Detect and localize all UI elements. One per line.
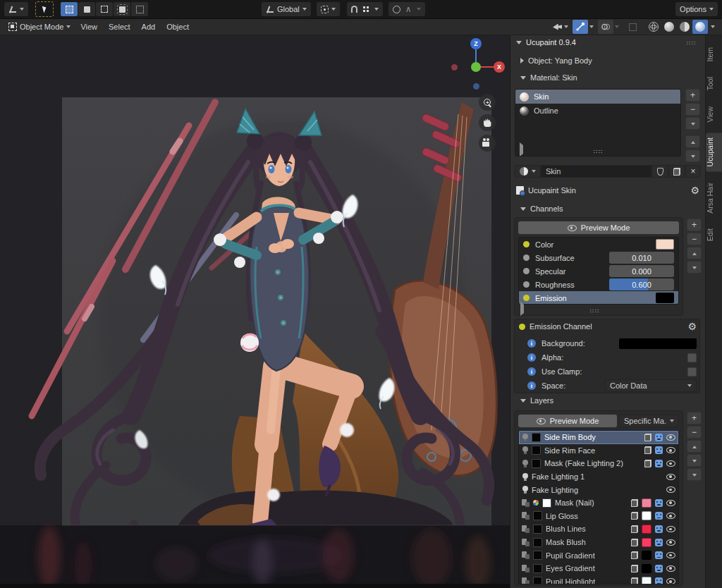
layers-preview-mode-button[interactable]: Preview Mode bbox=[518, 415, 617, 427]
eye-icon[interactable] bbox=[666, 539, 675, 546]
material-section-header[interactable]: Material: Skin bbox=[520, 73, 577, 82]
mask-icon[interactable] bbox=[655, 499, 663, 507]
slot-specials-button[interactable] bbox=[685, 117, 700, 130]
shading-material-button[interactable] bbox=[677, 20, 692, 34]
duplicate-icon[interactable] bbox=[631, 499, 638, 507]
add-channel-button[interactable]: + bbox=[687, 219, 702, 231]
gear-icon[interactable]: ⚙ bbox=[687, 322, 697, 331]
lightbulb-icon[interactable] bbox=[522, 460, 528, 467]
duplicate-icon[interactable] bbox=[631, 512, 638, 520]
remove-slot-button[interactable]: − bbox=[685, 103, 700, 116]
tab-arsa-hair[interactable]: Arsa Hair bbox=[706, 178, 722, 219]
channel-row-specular[interactable]: Specular0.000 bbox=[519, 264, 678, 278]
material-slot-row[interactable]: Outline bbox=[515, 104, 680, 118]
camera-view-button[interactable] bbox=[479, 135, 496, 152]
channel-move-up-button[interactable] bbox=[687, 247, 702, 259]
layer-row[interactable]: Pupil Highlight bbox=[519, 575, 678, 584]
gizmo-z-axis[interactable]: Z bbox=[470, 38, 482, 49]
new-material-button[interactable] bbox=[668, 165, 685, 178]
layer-color-swatch[interactable] bbox=[642, 498, 651, 508]
active-tool-indicator[interactable] bbox=[35, 1, 54, 17]
shading-wireframe-button[interactable] bbox=[646, 20, 661, 34]
layer-color-swatch[interactable] bbox=[642, 525, 651, 534]
chevron-down-icon[interactable] bbox=[615, 25, 619, 28]
eye-icon[interactable] bbox=[666, 500, 675, 506]
duplicate-icon[interactable] bbox=[631, 577, 638, 584]
eye-icon[interactable] bbox=[666, 447, 675, 453]
lightbulb-icon[interactable] bbox=[522, 486, 528, 494]
layer-row[interactable]: Side Rim Body bbox=[519, 431, 678, 444]
checkbox[interactable] bbox=[687, 353, 697, 362]
list-expand-icon[interactable] bbox=[520, 145, 523, 154]
select-mode-intersect-button[interactable] bbox=[131, 2, 148, 16]
menu-view[interactable]: View bbox=[75, 21, 103, 32]
layer-row[interactable]: Mask Blush bbox=[519, 536, 678, 549]
layer-color-swatch[interactable] bbox=[642, 564, 651, 573]
menu-add[interactable]: Add bbox=[136, 21, 161, 32]
ucupaint-tree-row[interactable]: Ucupaint Skin ⚙ bbox=[516, 186, 699, 195]
object-section-header[interactable]: Object: Yang Body bbox=[520, 56, 592, 65]
layer-move-up-button[interactable] bbox=[687, 440, 702, 453]
panel-header[interactable]: Ucupaint 0.9.4 bbox=[516, 38, 696, 47]
duplicate-icon[interactable] bbox=[631, 565, 638, 572]
eye-icon[interactable] bbox=[666, 565, 675, 572]
lightbulb-icon[interactable] bbox=[522, 446, 528, 454]
layer-color-swatch[interactable] bbox=[642, 551, 651, 560]
snapping-controls[interactable] bbox=[347, 2, 383, 16]
editor-type-button[interactable] bbox=[4, 2, 28, 16]
unlink-material-button[interactable]: × bbox=[685, 165, 701, 178]
duplicate-icon[interactable] bbox=[644, 434, 651, 441]
object-visibility-dropdown[interactable] bbox=[549, 20, 573, 34]
tab-item[interactable]: Item bbox=[706, 42, 722, 66]
options-dropdown[interactable]: Options bbox=[675, 2, 718, 16]
proportional-edit-controls[interactable]: ∧ bbox=[388, 2, 425, 16]
layer-color-swatch[interactable] bbox=[642, 538, 651, 547]
slot-move-down-button[interactable] bbox=[685, 149, 700, 162]
channel-color-swatch[interactable] bbox=[656, 293, 674, 303]
channel-color-swatch[interactable] bbox=[656, 239, 674, 250]
gizmo-x-neg[interactable] bbox=[451, 64, 458, 71]
layer-row[interactable]: Lip Gloss bbox=[519, 510, 678, 523]
chevron-down-icon[interactable] bbox=[589, 25, 594, 28]
layer-row[interactable]: Mask (Fake Lighting 2) bbox=[519, 457, 678, 470]
shading-rendered-button[interactable] bbox=[692, 20, 708, 34]
tab-ucupaint[interactable]: Ucupaint bbox=[706, 133, 722, 171]
chevron-down-icon[interactable] bbox=[711, 25, 715, 28]
material-name-field[interactable]: Skin bbox=[541, 165, 651, 178]
show-gizmo-toggle[interactable] bbox=[573, 20, 588, 34]
eye-icon[interactable] bbox=[666, 526, 675, 532]
background-color-swatch[interactable] bbox=[619, 338, 697, 349]
layer-color-swatch[interactable] bbox=[642, 511, 651, 520]
channel-value-field[interactable]: 0.000 bbox=[609, 265, 674, 277]
tab-tool[interactable]: Tool bbox=[706, 72, 722, 95]
mask-icon[interactable] bbox=[655, 512, 663, 520]
remove-layer-button[interactable]: − bbox=[687, 426, 702, 439]
select-mode-set-button[interactable] bbox=[61, 2, 78, 16]
zoom-button[interactable]: + bbox=[479, 94, 496, 111]
layers-section-header[interactable]: Layers bbox=[520, 396, 553, 405]
menu-select[interactable]: Select bbox=[103, 21, 136, 32]
tab-edit[interactable]: Edit bbox=[706, 223, 722, 246]
layer-row[interactable]: Pupil Gradient bbox=[519, 549, 678, 562]
pivot-point-dropdown[interactable] bbox=[317, 2, 340, 16]
mask-icon[interactable] bbox=[655, 525, 663, 533]
gizmo-y-axis[interactable] bbox=[471, 62, 481, 72]
gizmo-x-axis[interactable]: X bbox=[494, 61, 505, 73]
select-mode-invert-button[interactable] bbox=[114, 2, 130, 16]
layer-row[interactable]: Fake Lighting 1 bbox=[519, 470, 678, 484]
channel-row-color[interactable]: Color bbox=[519, 238, 678, 251]
tab-view[interactable]: View bbox=[706, 102, 722, 128]
layer-row[interactable]: Mask (Nail) bbox=[519, 496, 678, 510]
channel-value-field[interactable]: 0.010 bbox=[609, 252, 674, 264]
channel-row-emission[interactable]: Emission bbox=[519, 291, 678, 305]
list-expand-icon[interactable] bbox=[520, 305, 524, 313]
gizmo-z-neg[interactable] bbox=[473, 83, 479, 90]
gear-icon[interactable]: ⚙ bbox=[690, 186, 699, 195]
navigation-gizmo[interactable]: Z X bbox=[443, 35, 510, 113]
channel-value-field[interactable]: 0.600 bbox=[609, 278, 674, 290]
eye-icon[interactable] bbox=[666, 460, 675, 467]
mask-icon[interactable] bbox=[655, 565, 663, 572]
mask-icon[interactable] bbox=[655, 577, 663, 584]
mask-icon[interactable] bbox=[655, 551, 663, 559]
remove-channel-button[interactable]: − bbox=[687, 233, 702, 245]
